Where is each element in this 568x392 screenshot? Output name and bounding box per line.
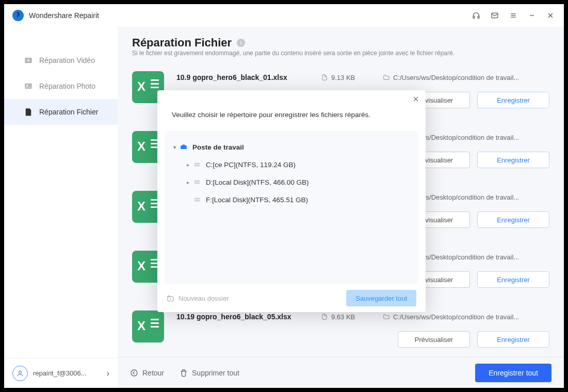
svg-rect-0 xyxy=(473,16,475,18)
svg-point-14 xyxy=(131,370,137,376)
svg-rect-20 xyxy=(194,165,200,167)
file-path: C:/Users/ws/Desktop/condition de travail… xyxy=(383,313,549,321)
avatar-icon xyxy=(12,366,28,381)
modal-close-button[interactable] xyxy=(412,95,419,105)
new-folder-button[interactable]: Nouveau dossier xyxy=(167,295,229,302)
svg-rect-1 xyxy=(478,16,479,18)
file-path: C:/Users/ws/Desktop/condition de travail… xyxy=(383,74,549,81)
chevron-right-icon: › xyxy=(107,369,109,378)
svg-rect-22 xyxy=(194,183,200,184)
svg-rect-17 xyxy=(181,145,187,149)
file-name: 10.19 gopro_hero6_black_05.xlsx xyxy=(176,313,321,321)
user-footer[interactable]: repairit_f@3006... › xyxy=(4,358,118,388)
save-all-button[interactable]: Enregistrer tout xyxy=(475,364,551,382)
save-button[interactable]: Enregistrer xyxy=(477,152,549,168)
minimize-icon[interactable] xyxy=(523,6,541,25)
save-button[interactable]: Enregistrer xyxy=(477,92,549,108)
file-name: 10.9 gopro_hero6_black_01.xlsx xyxy=(176,73,321,81)
save-button[interactable]: Enregistrer xyxy=(477,331,549,348)
tree-root[interactable]: ▾ Poste de travail xyxy=(170,138,413,156)
new-folder-label: Nouveau dossier xyxy=(178,295,229,302)
back-label: Retour xyxy=(142,369,164,377)
svg-point-13 xyxy=(19,371,22,373)
delete-all-button[interactable]: Supprimer tout xyxy=(180,369,239,377)
svg-rect-23 xyxy=(194,198,200,200)
sidebar: Réparation Vidéo Réparation Photo Répara… xyxy=(4,27,118,388)
save-button[interactable]: Enregistrer xyxy=(477,271,549,288)
chevron-down-icon[interactable]: ▾ xyxy=(170,144,179,150)
headphones-icon[interactable] xyxy=(467,6,485,25)
svg-point-12 xyxy=(26,85,28,86)
save-button[interactable]: Enregistrer xyxy=(477,211,549,228)
modal-save-button[interactable]: Sauvegarder tout xyxy=(346,290,416,306)
sidebar-item-file[interactable]: Réparation Fichier xyxy=(4,99,118,125)
sidebar-item-photo[interactable]: Réparation Photo xyxy=(4,73,118,99)
chevron-right-icon[interactable]: ▸ xyxy=(183,162,192,168)
mail-icon[interactable] xyxy=(485,6,504,25)
tree-item-label: C:[ce PC](NTFS, 119.24 GB) xyxy=(206,161,296,169)
info-icon: i xyxy=(237,39,245,47)
page-title: Réparation Fichier xyxy=(132,36,232,50)
directory-tree: ▾ Poste de travail ▸ C:[ce PC](NTFS, 119… xyxy=(165,131,418,284)
svg-rect-21 xyxy=(194,181,200,182)
titlebar: Wondershare Repairit xyxy=(4,4,564,27)
sidebar-item-label: Réparation Vidéo xyxy=(39,56,95,64)
sidebar-item-label: Réparation Fichier xyxy=(39,108,98,116)
page-header: Réparation Fichier i Si le fichier est g… xyxy=(118,27,564,64)
sidebar-item-video[interactable]: Réparation Vidéo xyxy=(4,47,118,73)
delete-all-label: Supprimer tout xyxy=(192,369,239,377)
svg-rect-18 xyxy=(183,144,185,145)
app-logo-icon xyxy=(12,10,24,21)
svg-rect-24 xyxy=(194,200,200,202)
file-size: 9.63 KB xyxy=(321,313,383,321)
modal-footer: Nouveau dossier Sauvegarder tout xyxy=(157,284,426,312)
tree-root-label: Poste de travail xyxy=(192,143,244,151)
app-title: Wondershare Repairit xyxy=(29,11,99,20)
bottom-bar: Retour Supprimer tout Enregistrer tout xyxy=(118,357,564,388)
close-icon[interactable] xyxy=(541,6,560,25)
save-directory-modal: Veuillez choisir le répertoire pour enre… xyxy=(157,90,426,312)
tree-item-label: D:[Local Disk](NTFS, 466.00 GB) xyxy=(206,178,309,186)
tree-item[interactable]: ▸ D:[Local Disk](NTFS, 466.00 GB) xyxy=(170,173,413,191)
xlsx-icon: X xyxy=(132,311,164,342)
tree-item[interactable]: ▸ C:[ce PC](NTFS, 119.24 GB) xyxy=(170,156,413,173)
sidebar-item-label: Réparation Photo xyxy=(39,82,95,90)
back-button[interactable]: Retour xyxy=(130,369,164,377)
tree-item-label: F:[Local Disk](NTFS, 465.51 GB) xyxy=(206,196,308,204)
username-label: repairit_f@3006... xyxy=(33,369,107,377)
page-subtitle: Si le fichier est gravement endommagé, u… xyxy=(132,50,455,57)
tree-item[interactable]: F:[Local Disk](NTFS, 465.51 GB) xyxy=(170,191,413,208)
chevron-right-icon[interactable]: ▸ xyxy=(183,179,192,185)
modal-prompt: Veuillez choisir le répertoire pour enre… xyxy=(157,90,426,128)
svg-rect-19 xyxy=(194,163,200,165)
menu-icon[interactable] xyxy=(504,6,523,25)
preview-button[interactable]: Prévisualiser xyxy=(398,331,470,348)
file-size: 9.13 KB xyxy=(321,74,383,81)
